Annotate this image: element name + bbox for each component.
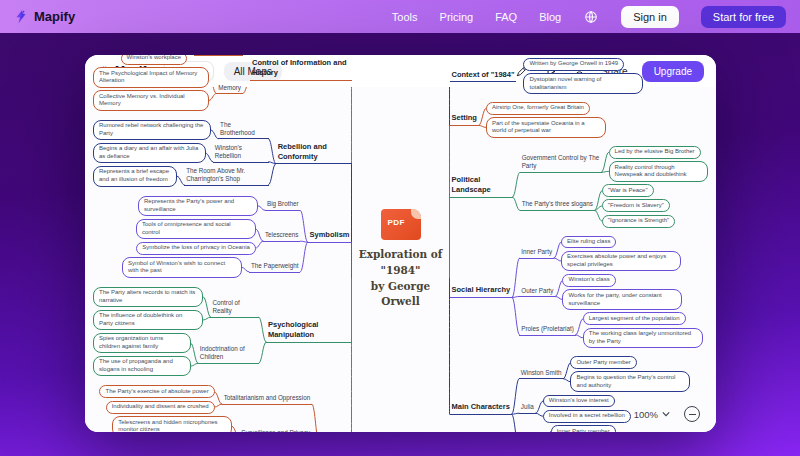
subtopic-node[interactable]: Memory: [216, 84, 243, 95]
mindmap-node-wrap: Rumored rebel network challenging the Pa…: [93, 120, 211, 141]
leaf-topic-node[interactable]: Airstrip One, formerly Great Britain: [486, 102, 590, 115]
leaf-topic-node[interactable]: Reality control through Newspeak and dou…: [609, 161, 708, 182]
leaf-topic-node[interactable]: Represents a brief escape and an illusio…: [93, 166, 177, 187]
subtopic-node[interactable]: Control of Reality: [210, 299, 258, 318]
leaf-topic-node[interactable]: Tools of omnipresence and social control: [136, 219, 256, 240]
mindmap-children: Inner PartyElite ruling classExercises a…: [519, 236, 703, 349]
leaf-topic-node[interactable]: Involved in a secret rebellion: [543, 410, 631, 423]
chevron-down-icon: [662, 411, 670, 417]
subtopic-node[interactable]: The Party's three slogans: [520, 200, 595, 211]
subtopic-node[interactable]: Big Brother: [265, 200, 301, 211]
branch-topic-node[interactable]: Control of Information and History: [250, 58, 352, 81]
branch-topic-node[interactable]: Social Hierarchy: [450, 285, 513, 298]
leaf-topic-node[interactable]: Inner Party member: [551, 425, 616, 432]
leaf-topic-node[interactable]: Led by the elusive Big Brother: [609, 146, 701, 159]
leaf-topic-node[interactable]: Individuality and dissent are crushed: [106, 401, 215, 414]
mindmap-node-wrap: Represents the Party's power and surveil…: [93, 196, 352, 278]
mindmap-node-wrap: Rumored rebel network challenging the Pa…: [93, 120, 269, 141]
leaf-topic-node[interactable]: Winston's love interest: [543, 395, 615, 408]
mindmap-children: Outer Party memberBegins to question the…: [570, 356, 690, 392]
leaf-topic-node[interactable]: Spies organization turns children agains…: [93, 333, 191, 354]
mindmap-canvas[interactable]: Perpetual revision of records and rewrit…: [85, 87, 716, 432]
nav-pricing[interactable]: Pricing: [440, 11, 474, 23]
leaf-topic-node[interactable]: Part of the superstate Oceania in a worl…: [486, 117, 606, 138]
mindmap-children: The Psychological Impact of Memory Alter…: [93, 67, 209, 111]
leaf-topic-node[interactable]: Telescreens and hidden microphones monit…: [112, 416, 232, 432]
leaf-topic-node[interactable]: Rumored rebel network challenging the Pa…: [93, 120, 211, 141]
branch-topic-node[interactable]: Rebellion and Conformity: [276, 142, 352, 165]
mindmap-children: The Party's exercise of absolute powerIn…: [99, 385, 312, 432]
leaf-topic-node[interactable]: Collective Memory vs. Individual Memory: [93, 90, 209, 111]
subtopic-node[interactable]: Government Control by The Party: [520, 154, 602, 173]
branch-topic-node[interactable]: Main Characters: [450, 402, 512, 415]
subtopic-node[interactable]: Indoctrination of Children: [198, 345, 259, 364]
leaf-topic-node[interactable]: Begins to question the Party's control a…: [570, 371, 690, 392]
leaf-topic-node[interactable]: "Freedom is Slavery": [602, 199, 670, 212]
subtopic-node[interactable]: Surveillance and Privacy: [239, 429, 312, 432]
branch-topic-node[interactable]: Context of "1984": [450, 70, 517, 83]
feedback-icon[interactable]: [684, 406, 700, 422]
subtopic-node[interactable]: Telescreens: [263, 231, 301, 242]
mindmap-children: Elite ruling classExercises absolute pow…: [561, 236, 681, 272]
subtopic-node[interactable]: Winston Smith: [519, 369, 564, 380]
subtopic-node[interactable]: Inner Party: [519, 248, 554, 259]
leaf-topic-node[interactable]: The influence of doublethink on Party ci…: [93, 310, 203, 331]
subtopic-node[interactable]: The Paperweight: [249, 262, 301, 273]
leaf-topic-node[interactable]: Winston's class: [562, 274, 615, 287]
leaf-topic-node[interactable]: Written by George Orwell in 1949: [523, 58, 624, 71]
mindmap-node-wrap: Begins to question the Party's control a…: [570, 371, 690, 392]
language-globe-icon[interactable]: [583, 9, 599, 25]
leaf-topic-node[interactable]: The working class largely unmonitored by…: [583, 328, 703, 349]
leaf-topic-node[interactable]: "Ignorance is Strength": [602, 215, 675, 228]
branch-topic-node[interactable]: Psychological Manipulation: [266, 320, 352, 343]
leaf-topic-node[interactable]: The Party alters records to match its na…: [93, 287, 203, 308]
leaf-topic-node[interactable]: The use of propaganda and slogans in sch…: [93, 356, 191, 377]
mindmap-children: Telescreens and hidden microphones monit…: [112, 416, 232, 432]
mindmap-left-tree: Perpetual revision of records and rewrit…: [93, 93, 352, 426]
leaf-topic-node[interactable]: Elite ruling class: [561, 236, 616, 249]
branch-topic-node[interactable]: Setting: [450, 113, 479, 126]
leaf-topic-node[interactable]: The Party's exercise of absolute power: [99, 385, 214, 398]
branch-topic-node[interactable]: Symbolism: [307, 230, 351, 243]
leaf-topic-node[interactable]: Represents the Party's power and surveil…: [138, 196, 258, 217]
mindmap: Perpetual revision of records and rewrit…: [85, 87, 716, 432]
leaf-topic-node[interactable]: Exercises absolute power and enjoys spec…: [561, 251, 681, 272]
leaf-topic-node[interactable]: Outer Party member: [570, 356, 636, 369]
central-topic[interactable]: Exploration of "1984" by George Orwell: [352, 247, 450, 310]
leaf-topic-node[interactable]: Works for the party, under constant surv…: [562, 289, 682, 310]
mindmap-center-node[interactable]: PDF Exploration of "1984" by George Orwe…: [352, 93, 450, 426]
subtopic-node[interactable]: Winston's Rebellion: [213, 144, 269, 163]
mindmap-node-wrap: The use of propaganda and slogans in sch…: [93, 356, 191, 377]
site-logo-text: Mapify: [34, 9, 75, 24]
mindmap-node-wrap: Works for the party, under constant surv…: [562, 289, 682, 310]
site-logo[interactable]: Mapify: [14, 9, 75, 24]
subtopic-node[interactable]: Outer Party: [519, 287, 555, 298]
mindmap-children: "War is Peace""Freedom is Slavery""Ignor…: [602, 184, 675, 227]
subtopic-node[interactable]: Julia: [519, 403, 536, 414]
branch-topic-node[interactable]: Political Landscape: [450, 175, 513, 198]
leaf-topic-node[interactable]: Dystopian novel warning of totalitariani…: [523, 73, 643, 94]
leaf-topic-node[interactable]: Begins a diary and an affair with Julia …: [93, 143, 206, 164]
leaf-topic-node[interactable]: The Psychological Impact of Memory Alter…: [93, 67, 209, 88]
start-for-free-button[interactable]: Start for free: [701, 6, 786, 28]
subtopic-node[interactable]: Proles (Proletariat): [519, 325, 576, 336]
leaf-topic-node[interactable]: Largest segment of the population: [583, 312, 686, 325]
leaf-topic-node[interactable]: Symbolize the loss of privacy in Oceania: [136, 242, 256, 255]
nav-tools[interactable]: Tools: [392, 11, 418, 23]
subtopic-node[interactable]: The Brotherhood: [218, 121, 269, 140]
leaf-topic-node[interactable]: Winston's workplace: [121, 55, 188, 65]
mindmap-node-wrap: The Party's exercise of absolute powerIn…: [93, 385, 352, 432]
nav-blog[interactable]: Blog: [539, 11, 561, 23]
subtopic-node[interactable]: The Ministry of Truth: [194, 55, 243, 56]
nav-faq[interactable]: FAQ: [495, 11, 517, 23]
mindmap-children: Represents the Party's power and surveil…: [138, 196, 258, 217]
subtopic-node[interactable]: The Room Above Mr. Charrington's Shop: [184, 167, 268, 186]
mindmap-children: Perpetual revision of records and rewrit…: [93, 55, 243, 111]
leaf-topic-node[interactable]: Symbol of Winston's wish to connect with…: [122, 257, 242, 278]
subtopic-node[interactable]: Totalitarianism and Oppression: [222, 394, 312, 405]
mindmap-node-wrap: Perpetual revision of records and rewrit…: [93, 55, 352, 111]
mindmap-node-wrap: Represents a brief escape and an illusio…: [93, 166, 269, 187]
zoom-level-dropdown[interactable]: 100%: [634, 409, 670, 420]
sign-in-button[interactable]: Sign in: [621, 6, 679, 28]
leaf-topic-node[interactable]: "War is Peace": [602, 184, 654, 197]
